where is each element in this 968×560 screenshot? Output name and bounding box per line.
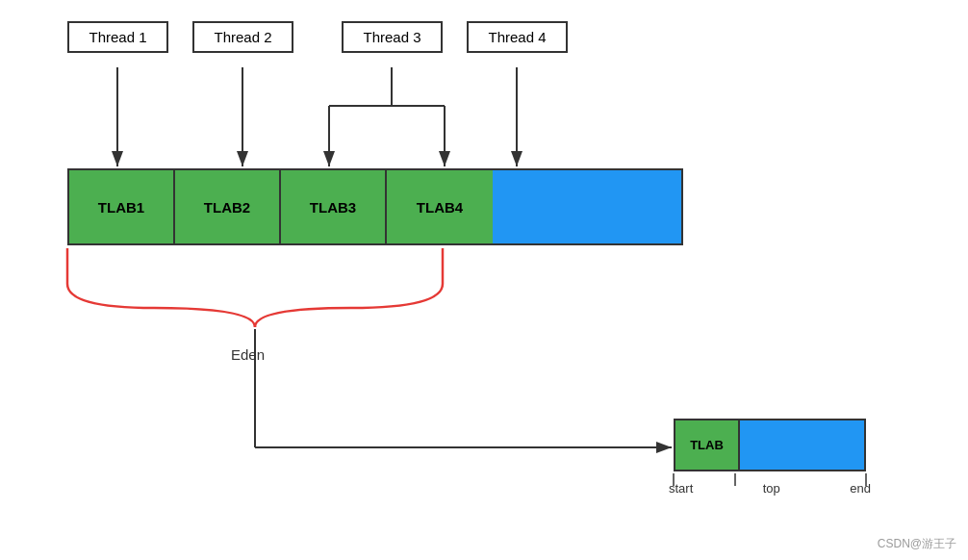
tlab3-segment: TLAB3 [281, 170, 387, 243]
diagram-container: Thread 1 Thread 2 Thread 3 Thread 4 TLAB… [0, 0, 968, 560]
top-label: top [763, 481, 780, 496]
thread1-box: Thread 1 [67, 21, 168, 53]
thread2-box: Thread 2 [192, 21, 293, 53]
small-tlab-bar: TLAB [674, 419, 866, 471]
end-label: end [850, 481, 871, 496]
small-tlab-green: TLAB [675, 420, 738, 470]
thread3-box: Thread 3 [342, 21, 443, 53]
watermark: CSDN@游王子 [878, 536, 956, 552]
tlab1-segment: TLAB1 [69, 170, 175, 243]
start-label: start [669, 481, 693, 496]
tlab-bar: TLAB1 TLAB2 TLAB3 TLAB4 [67, 168, 683, 245]
tlab4-segment: TLAB4 [387, 170, 493, 243]
free-space [493, 170, 681, 243]
thread4-box: Thread 4 [467, 21, 568, 53]
bottom-labels: start top end [669, 481, 871, 496]
small-tlab-blue [738, 420, 864, 470]
tlab2-segment: TLAB2 [175, 170, 281, 243]
eden-label: Eden [231, 346, 265, 363]
arrows-svg [0, 0, 968, 560]
